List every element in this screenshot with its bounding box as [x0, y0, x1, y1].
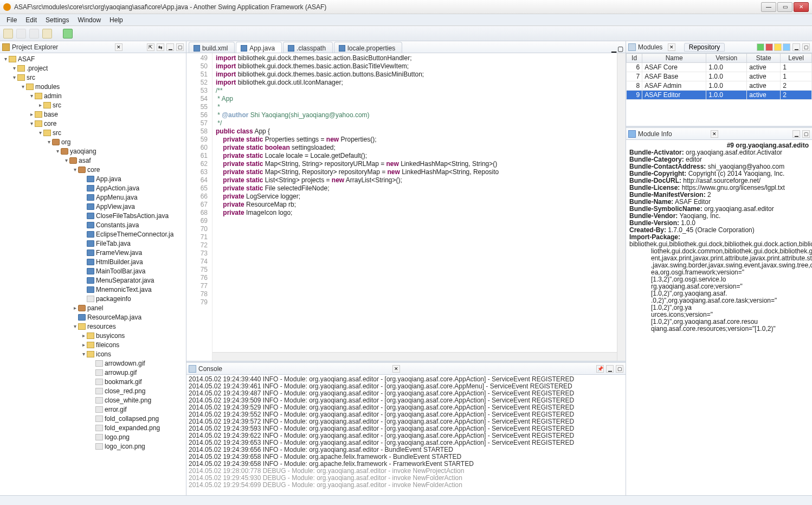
tree-node[interactable]: MenuSeparator.java: [0, 276, 186, 285]
tree-node[interactable]: close_red.png: [0, 386, 186, 395]
tree-node[interactable]: ▾icons: [0, 349, 186, 359]
tree-twisty-icon[interactable]: ▸: [37, 102, 43, 108]
tree-twisty-icon[interactable]: ▾: [11, 65, 17, 71]
tree-node[interactable]: logo.png: [0, 432, 186, 442]
tree-node[interactable]: bookmark.gif: [0, 377, 186, 386]
module-refresh-icon[interactable]: [774, 43, 782, 51]
tree-root-label[interactable]: ASAF: [18, 55, 35, 63]
tree-node[interactable]: Constants.java: [0, 220, 186, 229]
tree-twisty-icon[interactable]: ▾: [72, 167, 78, 172]
editor-hscrollbar[interactable]: [212, 352, 617, 361]
run-icon[interactable]: [63, 29, 73, 39]
tree-node[interactable]: fold_collapsed.png: [0, 414, 186, 423]
tree-node[interactable]: ▾resources: [0, 322, 186, 331]
module-stop-icon[interactable]: [765, 43, 773, 51]
project-tree[interactable]: ▾ ASAF ▾.project▾src▾modules▾admin▸src▸b…: [0, 53, 186, 495]
open-icon[interactable]: [3, 29, 13, 39]
menu-edit[interactable]: Edit: [22, 15, 40, 25]
tree-node[interactable]: AppAction.java: [0, 183, 186, 193]
tree-twisty-icon[interactable]: ▾: [28, 93, 35, 99]
table-row[interactable]: 6ASAF Core1.0.0active1: [627, 63, 812, 72]
collapse-all-icon[interactable]: ⇱: [147, 43, 154, 51]
repository-tab[interactable]: Repository: [684, 43, 725, 52]
tree-node[interactable]: FileTab.java: [0, 239, 186, 248]
tree-twisty-icon[interactable]: ▾: [63, 157, 69, 163]
maximize-console-icon[interactable]: ▢: [616, 365, 623, 373]
tree-node[interactable]: packageinfo: [0, 294, 186, 303]
tree-node[interactable]: ▾asaf: [0, 156, 186, 165]
tree-twisty-icon[interactable]: ▾: [11, 74, 17, 80]
table-row[interactable]: 9ASAF Editor1.0.0active2: [627, 91, 812, 100]
close-button[interactable]: ✕: [794, 2, 809, 12]
tree-node[interactable]: AppMenu.java: [0, 193, 186, 202]
print-icon[interactable]: [42, 29, 52, 39]
tree-node[interactable]: error.gif: [0, 405, 186, 414]
maximize-modules-icon[interactable]: ▢: [802, 43, 810, 51]
editor-tab[interactable]: .classpath: [283, 42, 333, 53]
tree-node[interactable]: ▸fileicons: [0, 340, 186, 349]
tree-twisty-icon[interactable]: ▸: [72, 305, 78, 311]
pin-console-icon[interactable]: 📌: [596, 365, 604, 373]
close-moduleinfo-icon[interactable]: ✕: [711, 130, 718, 138]
table-row[interactable]: 7ASAF Base1.0.0active1: [627, 72, 812, 81]
tree-node[interactable]: AppView.java: [0, 202, 186, 211]
console-output[interactable]: 2014.05.02 19:24:39:440 INFO - Module: o…: [186, 375, 626, 495]
tree-node[interactable]: arrowdown.gif: [0, 359, 186, 368]
tree-node[interactable]: arrowup.gif: [0, 368, 186, 377]
minimize-console-icon[interactable]: ▁: [606, 365, 614, 373]
minimize-moduleinfo-icon[interactable]: ▁: [792, 130, 800, 138]
tree-node[interactable]: ▾admin: [0, 91, 186, 100]
module-start-icon[interactable]: [757, 43, 764, 51]
tree-twisty-icon[interactable]: ▾: [46, 139, 52, 145]
maximize-moduleinfo-icon[interactable]: ▢: [802, 130, 810, 138]
close-console-icon[interactable]: ✕: [392, 365, 400, 373]
menu-help[interactable]: Help: [106, 15, 126, 25]
tree-node[interactable]: MnemonicText.java: [0, 285, 186, 294]
close-modules-icon[interactable]: ✕: [668, 43, 675, 51]
tree-twisty-icon[interactable]: ▾: [72, 323, 78, 329]
editor-tab[interactable]: locale.properties: [334, 42, 402, 53]
tree-node[interactable]: close_white.png: [0, 395, 186, 405]
save-icon[interactable]: [16, 29, 26, 39]
tree-node[interactable]: CloseFileTabsAction.java: [0, 211, 186, 220]
minimize-button[interactable]: —: [761, 2, 776, 12]
module-update-icon[interactable]: [783, 43, 790, 51]
code-area[interactable]: import bibliothek.gui.dock.themes.basic.…: [212, 53, 626, 361]
col-header[interactable]: Id: [627, 54, 642, 63]
tree-twisty-icon[interactable]: ▸: [80, 333, 87, 338]
tree-twisty-icon[interactable]: ▾: [28, 120, 35, 126]
tree-node[interactable]: ▾.project: [0, 63, 186, 73]
tree-node[interactable]: fold_expanded.png: [0, 423, 186, 432]
tree-twisty-icon[interactable]: ▾: [20, 84, 26, 90]
maximize-button[interactable]: ▭: [777, 2, 792, 12]
col-header[interactable]: Version: [706, 54, 747, 63]
tree-twisty-icon[interactable]: ▾: [2, 56, 9, 62]
tree-node[interactable]: ▾yaoqiang: [0, 146, 186, 156]
tree-twisty-icon[interactable]: ▸: [28, 111, 35, 117]
editor-tab[interactable]: build.xml: [189, 42, 235, 53]
tree-node[interactable]: ▾core: [0, 119, 186, 128]
editor-tab[interactable]: App.java: [236, 42, 282, 53]
menu-settings[interactable]: Settings: [42, 15, 72, 25]
tree-node[interactable]: HtmlBuilder.java: [0, 257, 186, 266]
moduleinfo-body[interactable]: #9 org.yaoqiang.asaf.editoBundle-Activat…: [626, 140, 812, 495]
col-header[interactable]: State: [747, 54, 781, 63]
minimize-modules-icon[interactable]: ▁: [792, 43, 800, 51]
close-view-icon[interactable]: ✕: [115, 43, 123, 51]
tree-twisty-icon[interactable]: ▸: [80, 342, 87, 348]
saveall-icon[interactable]: [29, 29, 39, 39]
col-header[interactable]: Level: [781, 54, 812, 63]
tree-twisty-icon[interactable]: ▾: [80, 351, 87, 357]
editor-maximize-icon[interactable]: ▢: [617, 45, 623, 53]
tree-node[interactable]: MainToolBar.java: [0, 266, 186, 276]
tree-node[interactable]: FrameView.java: [0, 248, 186, 257]
tree-node[interactable]: ▾src: [0, 128, 186, 137]
tree-node[interactable]: ▾src: [0, 73, 186, 82]
tree-node[interactable]: ▾modules: [0, 82, 186, 91]
modules-table[interactable]: IdNameVersionStateLevel6ASAF Core1.0.0ac…: [626, 53, 812, 126]
maximize-view-icon[interactable]: ▢: [176, 43, 184, 51]
editor-vscrollbar[interactable]: [617, 53, 626, 361]
tree-twisty-icon[interactable]: ▾: [54, 148, 61, 154]
editor-minimize-icon[interactable]: ▁: [611, 45, 616, 53]
tree-node[interactable]: ▸base: [0, 110, 186, 119]
